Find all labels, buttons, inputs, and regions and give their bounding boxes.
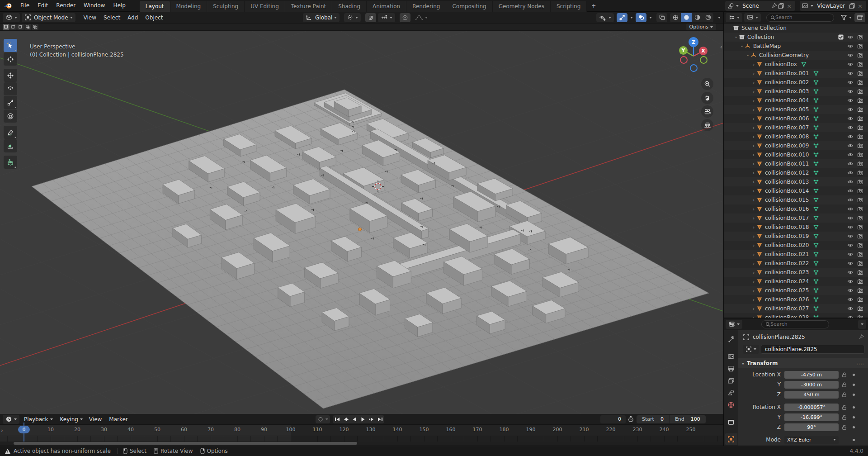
expand-icon[interactable]: › [751, 170, 756, 176]
properties-tab-view-layer[interactable] [725, 375, 737, 386]
properties-tab-output[interactable] [725, 363, 737, 375]
outliner-item-collisionbox-020[interactable]: ›collisionBox.020 [724, 241, 868, 250]
animate-dot[interactable] [849, 374, 858, 376]
properties-editor-type-button[interactable] [726, 320, 742, 329]
properties-search-input[interactable] [770, 321, 825, 327]
outliner-item-battlemap[interactable]: ›BattleMap [724, 42, 868, 51]
shading-material-button[interactable] [692, 13, 703, 22]
viewport-canvas[interactable]: User Perspective (0) Collection | collis… [0, 31, 723, 414]
menu-add[interactable]: Add [124, 14, 142, 21]
outliner-item-collisionbox-027[interactable]: ›collisionBox.027 [724, 304, 868, 313]
tool-move-button[interactable] [4, 69, 17, 82]
animate-dot[interactable] [849, 384, 858, 386]
render-visibility-icon[interactable] [857, 52, 863, 58]
hide-toggle-icon[interactable] [847, 133, 854, 140]
shading-rendered-button[interactable] [703, 13, 713, 22]
expand-icon[interactable]: › [751, 197, 756, 203]
hide-toggle-icon[interactable] [847, 224, 854, 230]
expand-icon[interactable]: › [751, 116, 756, 122]
outliner-item-collisionbox-015[interactable]: ›collisionBox.015 [724, 195, 868, 204]
viewlayer-name[interactable]: ViewLayer [813, 3, 849, 9]
expand-icon[interactable]: › [751, 270, 756, 276]
hide-toggle-icon[interactable] [847, 161, 854, 167]
lock-icon[interactable] [841, 382, 847, 388]
outliner-filter-button[interactable] [838, 13, 854, 22]
hide-toggle-icon[interactable] [847, 79, 854, 86]
render-visibility-icon[interactable] [857, 61, 863, 67]
remove-viewlayer-icon[interactable]: × [856, 3, 864, 10]
menu-object[interactable]: Object [142, 14, 166, 21]
hide-toggle-icon[interactable] [847, 197, 854, 203]
menu-edit[interactable]: Edit [33, 0, 52, 11]
play-button[interactable] [359, 415, 367, 423]
auto-keying-toggle[interactable] [316, 415, 330, 423]
render-visibility-icon[interactable] [857, 152, 863, 158]
outliner-item-collisionbox-014[interactable]: ›collisionBox.014 [724, 186, 868, 195]
outliner-item-collisionbox-025[interactable]: ›collisionBox.025 [724, 286, 868, 295]
pan-button[interactable] [701, 92, 713, 104]
render-visibility-icon[interactable] [857, 88, 863, 95]
render-visibility-icon[interactable] [857, 242, 863, 248]
prev-keyframe-button[interactable] [341, 415, 350, 423]
render-visibility-icon[interactable] [857, 170, 863, 176]
animate-dot[interactable] [849, 426, 858, 428]
value-field[interactable]: 450 m [784, 391, 839, 399]
jump-to-start-button[interactable] [333, 415, 341, 423]
outliner-item-scene-collection[interactable]: Scene Collection [724, 24, 868, 33]
hide-toggle-icon[interactable] [847, 34, 854, 40]
render-visibility-icon[interactable] [857, 224, 863, 230]
outliner-item-collisionbox-007[interactable]: ›collisionBox.007 [724, 123, 868, 132]
lock-icon[interactable] [841, 404, 847, 410]
overlays-toggle[interactable] [636, 13, 646, 22]
tool-transform-button[interactable] [4, 109, 17, 123]
menu-file[interactable]: File [16, 0, 33, 11]
outliner-item-collisionbox-010[interactable]: ›collisionBox.010 [724, 150, 868, 159]
proportional-edit-toggle[interactable] [400, 13, 410, 22]
render-visibility-icon[interactable] [857, 43, 863, 49]
expand-icon[interactable]: › [751, 98, 756, 104]
expand-icon[interactable]: › [751, 89, 756, 95]
hide-toggle-icon[interactable] [847, 43, 854, 49]
workspace-tab-uv-editing[interactable]: UV Editing [245, 1, 285, 12]
play-reverse-button[interactable] [350, 415, 359, 423]
tool-add-cube-button[interactable] [4, 156, 17, 169]
timeline-track-area[interactable] [0, 436, 723, 442]
outliner-item-collisionbox-005[interactable]: ›collisionBox.005 [724, 105, 868, 114]
outliner-item-collisionbox-023[interactable]: ›collisionBox.023 [724, 268, 868, 277]
expand-icon[interactable]: › [751, 161, 756, 167]
outliner-filter-type[interactable] [744, 13, 761, 22]
expand-icon[interactable]: › [751, 297, 756, 303]
zoom-button[interactable] [701, 78, 713, 90]
expand-icon[interactable]: › [751, 179, 756, 185]
use-preview-range-toggle[interactable] [627, 416, 634, 423]
exclude-checkbox[interactable] [838, 34, 844, 40]
render-visibility-icon[interactable] [857, 179, 863, 185]
expand-icon[interactable]: › [751, 206, 756, 212]
expand-icon[interactable]: › [751, 134, 756, 140]
outliner-item-collisionbox-028[interactable]: ›collisionBox.028 [724, 313, 868, 318]
value-field[interactable]: -3000 m [784, 381, 839, 389]
timeline-scrollbar-thumb[interactable] [14, 442, 357, 445]
hide-toggle-icon[interactable] [847, 260, 854, 266]
animate-dot[interactable] [849, 439, 858, 441]
options-button[interactable]: Options [686, 24, 716, 30]
render-visibility-icon[interactable] [857, 188, 863, 194]
animate-dot[interactable] [849, 406, 858, 408]
workspace-tab-animation[interactable]: Animation [367, 1, 406, 12]
add-workspace-button[interactable]: + [587, 0, 600, 11]
new-viewlayer-icon[interactable] [849, 2, 856, 10]
select-mode-subtract[interactable] [17, 24, 24, 30]
outliner-item-collisionbox[interactable]: ›collisionBox [724, 60, 868, 69]
gizmo-axis-z[interactable]: Z [689, 37, 698, 47]
hide-toggle-icon[interactable] [847, 179, 854, 185]
overlays-dropdown[interactable] [646, 13, 653, 22]
outliner-item-collisionbox-013[interactable]: ›collisionBox.013 [724, 177, 868, 186]
hide-toggle-icon[interactable] [847, 287, 854, 294]
hide-toggle-icon[interactable] [847, 233, 854, 239]
mode-selector[interactable]: Object Mode [22, 13, 75, 22]
lock-icon[interactable] [841, 414, 847, 420]
hide-toggle-icon[interactable] [847, 305, 854, 312]
outliner-item-collisionbox-026[interactable]: ›collisionBox.026 [724, 295, 868, 304]
new-collection-button[interactable] [854, 13, 865, 22]
hide-toggle-icon[interactable] [847, 296, 854, 303]
